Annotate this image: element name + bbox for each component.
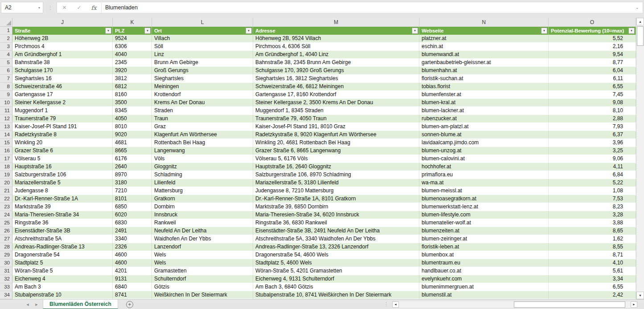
row-number[interactable]: 21: [0, 187, 12, 195]
cell[interactable]: 4681: [113, 139, 152, 147]
cell[interactable]: Pirchmoos 4, 6306 Söll: [253, 43, 419, 51]
cell[interactable]: 3,88: [549, 219, 636, 227]
cell[interactable]: Völserau 5, 6176 Völs: [253, 155, 419, 163]
filter-dropdown-icon[interactable]: ▼: [144, 28, 151, 34]
cell[interactable]: Marktstraße 39: [12, 203, 113, 211]
cell[interactable]: 6,11: [549, 75, 636, 83]
cell[interactable]: 6,55: [549, 83, 636, 91]
cell[interactable]: Sieghartsles: [152, 75, 253, 83]
cell[interactable]: Neufeld An Der Leitha: [152, 227, 253, 235]
cell[interactable]: 3340: [113, 235, 152, 243]
cell[interactable]: 9131: [113, 275, 152, 283]
cell[interactable]: Traun: [152, 115, 253, 123]
cell[interactable]: Traunerstraße 79, 4050 Traun: [253, 115, 419, 123]
cell[interactable]: 9020: [113, 131, 152, 139]
cell[interactable]: Steiner Kellergasse 2, 3500 Krems An Der…: [253, 99, 419, 107]
cell[interactable]: Mariazellerstraße 5: [12, 179, 113, 187]
select-all-corner[interactable]: [0, 18, 12, 26]
cell[interactable]: Groß Gerungs: [152, 67, 253, 75]
row-number[interactable]: 10: [0, 99, 12, 107]
cell[interactable]: 3180: [113, 179, 152, 187]
cell[interactable]: Schweizerstraße 46, 6812 Meiningen: [253, 83, 419, 91]
cell[interactable]: Eisenstädter-Straße 3B, 2491 Neufeld An …: [253, 227, 419, 235]
cell[interactable]: 6306: [113, 43, 152, 51]
horizontal-scroll-thumb[interactable]: [514, 301, 625, 308]
row-number[interactable]: 23: [0, 203, 12, 211]
row-number[interactable]: 2: [0, 35, 12, 43]
cell[interactable]: 6,04: [549, 67, 636, 75]
cell[interactable]: Gartengasse 17: [12, 91, 113, 99]
cell[interactable]: blumen-lackner.at: [419, 107, 549, 115]
cell[interactable]: 8,10: [549, 107, 636, 115]
cell[interactable]: 6830: [113, 219, 152, 227]
cell[interactable]: Am Gründberghof 1: [12, 51, 113, 59]
add-sheet-button[interactable]: +: [126, 301, 133, 308]
row-number[interactable]: 5: [0, 59, 12, 67]
cell[interactable]: Linz: [152, 51, 253, 59]
cell[interactable]: Radetzkystraße 8, 9020 Klagenfurt Am Wör…: [253, 131, 419, 139]
cell[interactable]: 3,28: [549, 211, 636, 219]
cell[interactable]: 3,34: [549, 275, 636, 283]
cell[interactable]: Sieghartsles 16, 3812 Sieghartsles: [253, 75, 419, 83]
cell[interactable]: Dr.-Karl-Renner-Straße 1A, 8101 Gratkorn: [253, 195, 419, 203]
cell[interactable]: 8,23: [549, 203, 636, 211]
cell[interactable]: Eichenweg 4, 9131 Schulterndorf: [253, 275, 419, 283]
cell[interactable]: 8,71: [549, 251, 636, 259]
cell-name-box[interactable]: A2 ▾: [1, 2, 43, 13]
cell[interactable]: Villach: [152, 35, 253, 43]
column-header-o[interactable]: O: [549, 18, 636, 27]
row-number[interactable]: 22: [0, 195, 12, 203]
cell[interactable]: 4050: [113, 115, 152, 123]
cell[interactable]: 3,25: [549, 147, 636, 155]
cell[interactable]: Radetzkystraße 8: [12, 131, 113, 139]
cell[interactable]: blumenatelier-wolf.at: [419, 219, 549, 227]
cell[interactable]: handlbauer.co.at: [419, 267, 549, 275]
cell[interactable]: Krems An Der Donau: [152, 99, 253, 107]
scroll-up-icon[interactable]: ▲: [636, 18, 644, 25]
column-header-j[interactable]: J: [12, 18, 113, 27]
cell[interactable]: Stubalpenstraße 10: [12, 291, 113, 299]
cell[interactable]: Höhenweg 2B: [12, 35, 113, 43]
confirm-icon[interactable]: ✓: [72, 4, 86, 11]
cell[interactable]: primaflora.eu: [419, 171, 549, 179]
cell[interactable]: Lilienfeld: [152, 179, 253, 187]
column-header-k[interactable]: K: [113, 18, 152, 27]
cell[interactable]: Maria-Theresien-Straße 34, 6020 Innsbruc…: [253, 211, 419, 219]
row-number[interactable]: 13: [0, 123, 12, 131]
cell[interactable]: Schulgasse 170, 3920 Groß Gerungs: [253, 67, 419, 75]
cell[interactable]: eschin.at: [419, 43, 549, 51]
cell[interactable]: Ringstraße 36, 6830 Rankweil: [253, 219, 419, 227]
cell[interactable]: blumen-zeiringer.at: [419, 235, 549, 243]
cell[interactable]: 7,93: [549, 123, 636, 131]
table-header-cell[interactable]: PLZ▼: [113, 27, 152, 35]
row-number[interactable]: 33: [0, 283, 12, 291]
cell[interactable]: 4,10: [549, 259, 636, 267]
cell[interactable]: 9,54: [549, 51, 636, 59]
cell[interactable]: 2345: [113, 59, 152, 67]
cell[interactable]: 8101: [113, 195, 152, 203]
cell[interactable]: Wels: [152, 259, 253, 267]
cell[interactable]: Schweizerstraße 46: [12, 83, 113, 91]
cell[interactable]: 3812: [113, 75, 152, 83]
cell[interactable]: Rankweil: [152, 219, 253, 227]
cell[interactable]: 7210: [113, 187, 152, 195]
row-number[interactable]: 29: [0, 251, 12, 259]
cell[interactable]: 6812: [113, 83, 152, 91]
row-number[interactable]: 4: [0, 51, 12, 59]
cell[interactable]: 6850: [113, 203, 152, 211]
cell[interactable]: Lanzendorf: [152, 243, 253, 251]
cell[interactable]: Götzis: [152, 283, 253, 291]
sheet-nav-right-icon[interactable]: ►: [32, 302, 41, 307]
row-number[interactable]: 19: [0, 171, 12, 179]
cell[interactable]: 4600: [113, 251, 152, 259]
cell[interactable]: Salzburgerstraße 106, 8970 Schladming: [253, 171, 419, 179]
cell[interactable]: blumen-kral.at: [419, 99, 549, 107]
formula-bar-input[interactable]: Blumenladen ⌄: [101, 2, 643, 13]
cell[interactable]: blumenzeiten.at: [419, 227, 549, 235]
cell[interactable]: Winkling 20: [12, 139, 113, 147]
row-number[interactable]: 34: [0, 291, 12, 299]
cell[interactable]: Muggendorf 1, 8345 Straden: [253, 107, 419, 115]
cell[interactable]: floristik-leben.at: [419, 243, 549, 251]
cell[interactable]: Söll: [152, 43, 253, 51]
formula-bar-expand-icon[interactable]: ⌄: [636, 6, 639, 9]
